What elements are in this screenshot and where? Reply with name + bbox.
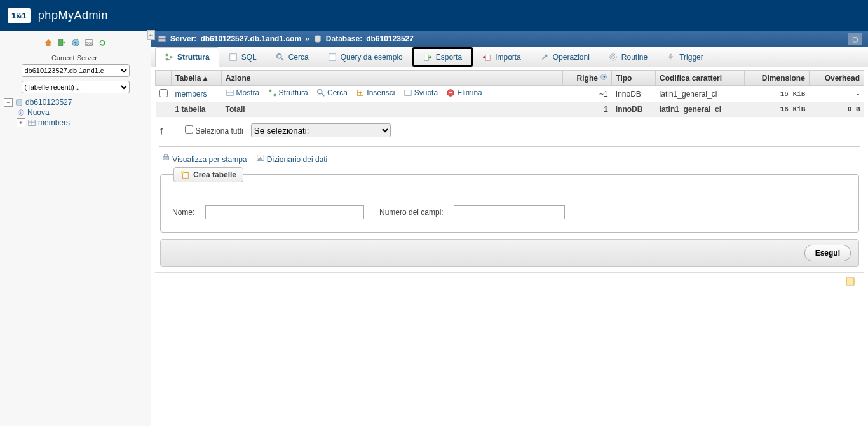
logout-icon[interactable] bbox=[57, 38, 66, 49]
totals-label: Totali bbox=[222, 102, 563, 117]
action-struttura[interactable]: Struttura bbox=[268, 88, 308, 97]
sql-icon[interactable]: SQL bbox=[85, 38, 93, 49]
search-icon bbox=[276, 53, 285, 62]
tab-trigger[interactable]: Trigger bbox=[657, 47, 713, 67]
refresh-icon[interactable] bbox=[98, 38, 107, 49]
breadcrumb: Server: db610123527.db.1and1.com » Datab… bbox=[151, 31, 868, 47]
col-azione: Azione bbox=[222, 71, 563, 86]
breadcrumb-db-link[interactable]: db610123527 bbox=[366, 34, 414, 43]
create-table-legend: Crea tabelle bbox=[173, 167, 243, 182]
col-overhead: Overhead bbox=[809, 71, 864, 86]
print-icon bbox=[161, 153, 170, 162]
database-icon bbox=[15, 98, 24, 107]
svg-rect-29 bbox=[269, 90, 271, 92]
tab-sql[interactable]: SQL bbox=[219, 47, 266, 67]
totals-righe: 1 bbox=[562, 102, 612, 117]
action-svuota[interactable]: Svuota bbox=[403, 88, 438, 97]
col-tipo: Tipo bbox=[612, 71, 656, 86]
sort-asc-icon: ▴ bbox=[203, 74, 207, 83]
server-select[interactable]: db610123527.db.1and1.c bbox=[22, 64, 130, 77]
table-row: members Mostra Struttura Cerca Inserisci… bbox=[156, 86, 864, 102]
delete-icon bbox=[446, 88, 455, 97]
current-server-label: Current Server: bbox=[3, 54, 148, 62]
select-all-label[interactable]: Seleziona tutti bbox=[185, 125, 243, 135]
tab-operazioni[interactable]: Operazioni bbox=[531, 47, 599, 67]
search-icon bbox=[316, 88, 325, 97]
tree-expand-icon[interactable]: + bbox=[17, 118, 25, 127]
action-mostra[interactable]: Mostra bbox=[226, 88, 260, 97]
breadcrumb-server-link[interactable]: db610123527.db.1and1.com bbox=[200, 34, 301, 43]
totals-codifica: latin1_general_ci bbox=[656, 102, 745, 117]
tree-new-link[interactable]: Nuova bbox=[27, 108, 50, 117]
table-name-link[interactable]: members bbox=[175, 90, 207, 99]
totals-dimensione: 16 KiB bbox=[744, 102, 809, 117]
svg-rect-22 bbox=[485, 55, 490, 61]
database-icon bbox=[313, 34, 322, 43]
tab-operazioni-label: Operazioni bbox=[553, 53, 590, 62]
tab-importa[interactable]: Importa bbox=[473, 47, 531, 67]
tree-db-link[interactable]: db610123527 bbox=[25, 98, 72, 107]
tab-query-label: Query da esempio bbox=[341, 53, 403, 62]
svg-rect-17 bbox=[229, 54, 236, 61]
tab-cerca[interactable]: Cerca bbox=[266, 47, 318, 67]
totals-row: 1 tabella Totali 1 InnoDB latin1_general… bbox=[156, 102, 864, 117]
action-cerca[interactable]: Cerca bbox=[316, 88, 348, 97]
print-view-link[interactable]: Visualizza per stampa bbox=[161, 153, 247, 164]
svg-rect-21 bbox=[424, 55, 429, 60]
server-icon bbox=[158, 34, 166, 43]
table-icon bbox=[27, 118, 36, 127]
tab-routine[interactable]: Routine bbox=[599, 47, 657, 67]
recent-tables-select[interactable]: (Tabelle recenti) ... bbox=[22, 81, 130, 93]
tree-table-node[interactable]: + members bbox=[15, 118, 148, 128]
svg-text:?: ? bbox=[74, 41, 77, 46]
new-table-icon bbox=[180, 170, 189, 179]
row-overhead: - bbox=[809, 86, 864, 102]
tree-db-node[interactable]: − db610123527 bbox=[3, 97, 148, 107]
svg-point-23 bbox=[611, 55, 614, 58]
tabs: Struttura SQL Cerca Query da esempio Esp… bbox=[151, 47, 868, 67]
svg-text:?: ? bbox=[603, 75, 606, 79]
sidebar-collapse-handle[interactable]: ← bbox=[147, 30, 155, 40]
fields-count-input[interactable] bbox=[454, 205, 565, 219]
export-icon bbox=[423, 53, 432, 62]
structure-icon bbox=[165, 53, 173, 62]
structure-icon bbox=[268, 88, 277, 97]
svg-rect-40 bbox=[164, 155, 167, 157]
svg-text:+: + bbox=[19, 110, 22, 116]
breadcrumb-sep: » bbox=[305, 34, 309, 43]
tree-table-link[interactable]: members bbox=[38, 118, 70, 127]
with-selected-select[interactable]: Se selezionati: bbox=[251, 123, 391, 137]
tree-new-node[interactable]: + Nuova bbox=[15, 107, 148, 118]
help-icon[interactable]: ? bbox=[71, 38, 80, 49]
totals-count: 1 tabella bbox=[172, 102, 222, 117]
col-righe[interactable]: Righe ? bbox=[562, 71, 612, 86]
table-name-input[interactable] bbox=[205, 205, 364, 219]
help-icon[interactable]: ? bbox=[600, 73, 607, 81]
svg-rect-45 bbox=[846, 278, 854, 285]
tab-query-esempio[interactable]: Query da esempio bbox=[318, 47, 412, 67]
svg-rect-27 bbox=[226, 90, 233, 96]
tree-collapse-icon[interactable]: − bbox=[4, 98, 13, 107]
svg-text:ab: ab bbox=[257, 156, 262, 160]
esegui-button[interactable]: Esegui bbox=[804, 245, 851, 261]
select-all-checkbox[interactable] bbox=[185, 125, 193, 134]
svg-rect-30 bbox=[273, 94, 276, 97]
home-icon[interactable] bbox=[44, 38, 53, 49]
data-dictionary-link[interactable]: ab Dizionario dei dati bbox=[256, 153, 328, 164]
totals-tipo: InnoDB bbox=[612, 102, 656, 117]
svg-rect-14 bbox=[166, 54, 168, 57]
sidebar: ← ? SQL Current Server: db610123527.db.1… bbox=[0, 31, 151, 426]
tab-esporta[interactable]: Esporta bbox=[412, 47, 473, 67]
col-tabella[interactable]: Tabella ▴ bbox=[172, 71, 222, 86]
svg-line-32 bbox=[322, 93, 324, 96]
row-checkbox[interactable] bbox=[159, 89, 168, 97]
tab-struttura[interactable]: Struttura bbox=[155, 47, 219, 67]
collapse-top-icon[interactable]: ▢ bbox=[848, 33, 862, 45]
sidebar-toolbar: ? SQL bbox=[3, 34, 148, 53]
action-elimina[interactable]: Elimina bbox=[446, 88, 482, 97]
svg-rect-16 bbox=[170, 56, 173, 58]
action-inserisci[interactable]: Inserisci bbox=[356, 88, 395, 97]
page-settings-icon[interactable] bbox=[845, 277, 855, 287]
brand-name: phpMyAdmin bbox=[38, 9, 108, 22]
col-dimensione: Dimensione bbox=[744, 71, 809, 86]
